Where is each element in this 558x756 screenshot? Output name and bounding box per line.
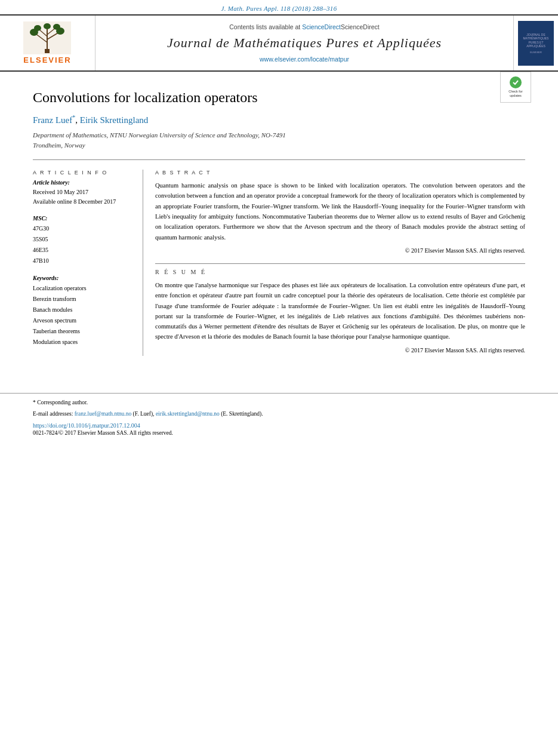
top-divider xyxy=(33,159,525,160)
citation-text: J. Math. Pures Appl. 118 (2018) 288–316 xyxy=(221,5,337,12)
footnote-star: * Corresponding author. xyxy=(33,398,525,407)
keyword-2: Berezin transform xyxy=(33,294,134,305)
logo-section: ELSEVIER xyxy=(0,16,95,70)
journal-header: ELSEVIER Contents lists available at Sci… xyxy=(0,14,558,72)
msc-code-3: 46E35 xyxy=(33,245,134,256)
received-date: Received 10 May 2017 xyxy=(33,188,134,197)
author-separator: , xyxy=(75,115,80,125)
journal-title: Journal de Mathématiques Pures et Appliq… xyxy=(167,35,442,51)
abstract-label: A B S T R A C T xyxy=(155,170,525,176)
keywords-block: Keywords: Localization operators Berezin… xyxy=(33,275,134,348)
journal-url[interactable]: www.elsevier.com/locate/matpur xyxy=(260,56,349,63)
article-info-label: A R T I C L E I N F O xyxy=(33,170,134,176)
svg-point-10 xyxy=(44,23,51,29)
abstract-text: Quantum harmonic analysis on phase space… xyxy=(155,180,525,242)
two-column-layout: A R T I C L E I N F O Article history: R… xyxy=(33,170,525,363)
footnote-emails: E-mail addresses: franz.luef@math.ntnu.n… xyxy=(33,410,525,419)
email1-link[interactable]: franz.luef@math.ntnu.no xyxy=(75,411,132,417)
check-updates-badge: Check for updates xyxy=(500,72,531,103)
contents-line: Contents lists available at ScienceDirec… xyxy=(229,23,380,30)
affiliation-line2: Trondheim, Norway xyxy=(33,140,525,150)
history-heading: Article history: xyxy=(33,179,134,186)
main-content: Check for updates Convolutions for local… xyxy=(0,72,558,375)
contents-label: Contents lists available at xyxy=(229,23,300,30)
resume-divider xyxy=(155,263,525,264)
resume-text: On montre que l'analyse harmonique sur l… xyxy=(155,280,525,342)
email-label: E-mail addresses: xyxy=(33,411,73,417)
svg-point-8 xyxy=(34,25,41,31)
affiliation-line1: Department of Mathematics, NTNU Norwegia… xyxy=(33,130,525,140)
affiliation: Department of Mathematics, NTNU Norwegia… xyxy=(33,130,525,150)
author1-name[interactable]: Franz Luef xyxy=(33,115,72,125)
svg-point-9 xyxy=(53,24,60,30)
article-history-block: Article history: Received 10 May 2017 Av… xyxy=(33,179,134,207)
checkmark-icon xyxy=(512,79,519,86)
msc-code-2: 35S05 xyxy=(33,234,134,245)
resume-copyright: © 2017 Elsevier Masson SAS. All rights r… xyxy=(155,347,525,354)
email1-name: (F. Luef), xyxy=(131,411,156,417)
msc-code-4: 47B10 xyxy=(33,256,134,266)
elsevier-tree-icon xyxy=(23,21,71,54)
doi-link[interactable]: https://doi.org/10.1016/j.matpur.2017.12… xyxy=(33,422,525,429)
article-info-column: A R T I C L E I N F O Article history: R… xyxy=(33,170,143,356)
keyword-1: Localization operators xyxy=(33,283,134,294)
keyword-3: Banach modules xyxy=(33,305,134,315)
email2-name: (E. Skrettingland). xyxy=(220,411,263,417)
msc-heading: MSC: xyxy=(33,215,134,222)
keyword-5: Tauberian theorems xyxy=(33,326,134,337)
title-row: Check for updates Convolutions for local… xyxy=(33,90,525,106)
keywords-heading: Keywords: xyxy=(33,275,134,281)
authors-line: Franz Luef*, Eirik Skrettingland xyxy=(33,114,525,125)
footnote-area: * Corresponding author. E-mail addresses… xyxy=(0,393,558,436)
abstract-column: A B S T R A C T Quantum harmonic analysi… xyxy=(155,170,525,363)
keywords-list: Localization operators Berezin transform… xyxy=(33,283,134,348)
page: J. Math. Pures Appl. 118 (2018) 288–316 xyxy=(0,0,558,756)
resume-label: R É S U M É xyxy=(155,269,525,275)
check-icon xyxy=(510,76,522,88)
copyright-bottom: 0021-7824/© 2017 Elsevier Masson SAS. Al… xyxy=(33,430,525,436)
svg-rect-11 xyxy=(45,49,50,53)
msc-code-1: 47G30 xyxy=(33,223,134,234)
citation-bar: J. Math. Pures Appl. 118 (2018) 288–316 xyxy=(0,0,558,14)
email2-link[interactable]: eirik.skrettingland@ntnu.no xyxy=(156,411,220,417)
keyword-4: Arveson spectrum xyxy=(33,315,134,326)
journal-center: Contents lists available at ScienceDirec… xyxy=(95,16,513,70)
keyword-6: Modulation spaces xyxy=(33,337,134,348)
available-date: Available online 8 December 2017 xyxy=(33,197,134,207)
elsevier-wordmark: ELSEVIER xyxy=(23,56,71,64)
sciencedirect-link[interactable]: ScienceDirect xyxy=(302,23,341,30)
check-badge-box: Check for updates xyxy=(500,72,531,103)
elsevier-logo: ELSEVIER xyxy=(23,21,71,64)
journal-thumbnail-section: JOURNAL DEMATHÉMATIQUESPURES ETAPPLIQUÉE… xyxy=(513,16,558,70)
journal-thumbnail: JOURNAL DEMATHÉMATIQUESPURES ETAPPLIQUÉE… xyxy=(518,21,554,66)
check-label: Check for updates xyxy=(503,90,528,98)
author2-name[interactable]: Eirik Skrettingland xyxy=(80,115,149,125)
abstract-copyright: © 2017 Elsevier Masson SAS. All rights r… xyxy=(155,247,525,254)
msc-codes: 47G30 35S05 46E35 47B10 xyxy=(33,223,134,266)
msc-block: MSC: 47G30 35S05 46E35 47B10 xyxy=(33,215,134,266)
article-title: Convolutions for localization operators xyxy=(33,90,525,106)
